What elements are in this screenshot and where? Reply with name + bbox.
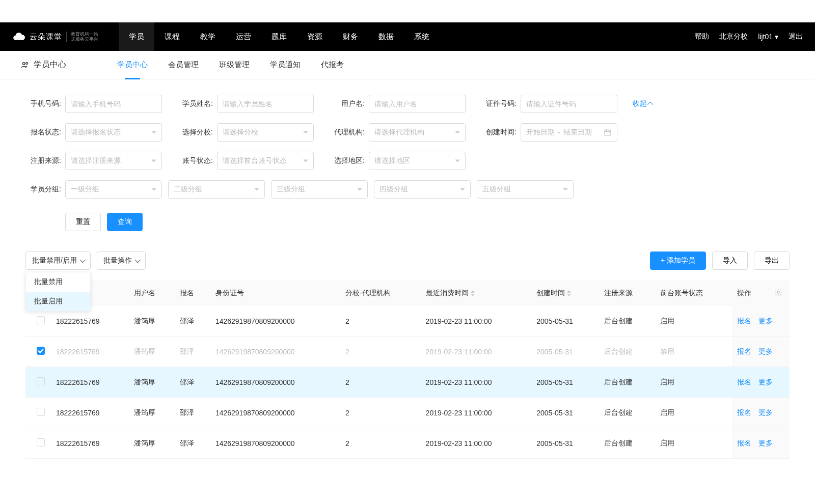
top-nav: 云朵课堂 教育机构一站式服务云平台 学员课程教学运营题库资源财务数据系统 帮助 … [0,22,815,51]
cloud-icon [12,30,25,43]
gear-icon[interactable] [774,288,782,296]
nav-题库[interactable]: 题库 [261,22,297,51]
nav-课程[interactable]: 课程 [154,22,190,51]
create-time-range[interactable]: 开始日期 - 结束日期 [521,123,617,142]
nav-学员[interactable]: 学员 [119,22,154,51]
sub-nav-tabs: 学员中心会员管理班级管理学员通知代报考 [117,51,344,79]
enroll-link[interactable]: 报名 [737,347,751,356]
row-checkbox[interactable] [37,347,45,355]
tab-代报考[interactable]: 代报考 [321,51,344,79]
reset-button[interactable]: 重置 [65,213,101,231]
enroll-link[interactable]: 报名 [737,378,751,387]
row-checkbox[interactable] [37,377,45,385]
more-link[interactable]: 更多 [758,408,773,417]
cell-account-status: 启用 [655,398,732,428]
cell-last-spend: 2019-02-23 11:00:00 [421,306,532,337]
batch-toggle-menu: 批量禁用 批量启用 [25,272,91,312]
calendar-icon [604,128,612,136]
svg-point-3 [777,291,779,293]
col-idnum: 身份证号 [210,280,340,306]
row-checkbox[interactable] [37,316,45,324]
cell-create-time: 2005-05-31 [531,337,599,367]
nav-数据[interactable]: 数据 [368,22,404,51]
nav-资源[interactable]: 资源 [297,22,333,51]
branch-select[interactable]: 请选择分校 [217,123,314,142]
more-link[interactable]: 更多 [758,439,773,448]
batch-disable-item[interactable]: 批量禁用 [26,272,90,292]
enroll-link[interactable]: 报名 [737,439,751,448]
group-select[interactable]: 一级分组 [65,180,162,199]
cell-branch: 2 [340,306,421,337]
sort-icon [567,290,571,296]
help-link[interactable]: 帮助 [695,32,709,41]
row-checkbox[interactable] [37,438,45,446]
nav-财务[interactable]: 财务 [333,22,368,51]
account-status-label: 账号状态 [177,156,213,165]
batch-ops-dropdown[interactable]: 批量操作 [97,251,146,270]
reg-source-select[interactable]: 请选择注册来源 [65,152,162,170]
account-status-select[interactable]: 请选择前台账号状态 [217,152,314,170]
agent-select[interactable]: 请选择代理机构 [369,123,466,142]
col-last-spend[interactable]: 最近消费时间 [421,280,532,306]
col-branch: 分校-代理机构 [340,280,421,306]
branch-label: 选择分校 [177,128,213,137]
name-input[interactable] [217,95,314,113]
tab-学员通知[interactable]: 学员通知 [270,51,301,79]
batch-enable-item[interactable]: 批量启用 [26,292,90,311]
add-student-button[interactable]: + 添加学员 [650,251,706,270]
user-menu[interactable]: lijt01 ▾ [758,33,778,41]
phone-input[interactable] [65,95,162,113]
cell-account-status: 启用 [655,428,732,459]
group-select[interactable]: 三级分组 [271,180,368,199]
page-title: 学员中心 [20,60,66,70]
cell-phone: 18222615769 [51,398,129,428]
row-checkbox[interactable] [37,408,45,416]
batch-toggle-dropdown[interactable]: 批量禁用/启用 [25,251,91,270]
nav-系统[interactable]: 系统 [404,22,440,51]
region-select[interactable]: 请选择地区 [369,152,466,170]
search-button[interactable]: 查询 [107,213,143,231]
group-select[interactable]: 五级分组 [477,180,574,199]
branch-link[interactable]: 北京分校 [719,32,748,41]
nav-运营[interactable]: 运营 [226,22,261,51]
tab-会员管理[interactable]: 会员管理 [168,51,199,79]
cell-phone: 18222615769 [51,428,129,459]
cell-username: 潘筠厚 [129,398,175,428]
chevron-down-icon [135,257,141,263]
idcard-input[interactable] [521,95,617,113]
more-link[interactable]: 更多 [758,347,773,356]
cell-phone: 18222615769 [51,367,129,398]
nav-right: 帮助 北京分校 lijt01 ▾ 退出 [695,32,803,41]
col-create-time[interactable]: 创建时间 [531,280,599,306]
chevron-down-icon [80,257,86,263]
group-select[interactable]: 二级分组 [168,180,265,199]
import-button[interactable]: 导入 [712,251,748,270]
cell-enroll: 邵泽 [175,398,210,428]
col-reg-source: 注册来源 [599,280,655,306]
enroll-status-select[interactable]: 请选择报名状态 [65,123,162,142]
enroll-link[interactable]: 报名 [737,408,751,417]
more-link[interactable]: 更多 [758,317,773,326]
collapse-toggle[interactable]: 收起 [633,99,653,108]
enroll-link[interactable]: 报名 [737,317,751,326]
students-table: 用户名 报名 身份证号 分校-代理机构 最近消费时间 创建时间 注册来源 前台账… [25,280,790,459]
cell-last-spend: 2019-02-23 11:00:00 [421,428,532,459]
export-button[interactable]: 导出 [754,251,790,270]
group-select[interactable]: 四级分组 [374,180,471,199]
cell-reg-source: 后台创建 [599,306,655,337]
nav-教学[interactable]: 教学 [190,22,226,51]
username-input[interactable] [369,95,466,113]
cell-idnum: 14262919870809200000 [210,306,340,337]
chevron-up-icon [647,102,653,107]
col-username: 用户名 [129,280,175,306]
more-link[interactable]: 更多 [758,378,773,387]
col-ops: 操作 [732,280,769,306]
idcard-label: 证件号码 [481,99,517,108]
table-row: 18222615769潘筠厚邵泽142629198708092000002201… [25,367,790,398]
tab-学员中心[interactable]: 学员中心 [117,51,148,79]
tab-班级管理[interactable]: 班级管理 [219,51,250,79]
cell-last-spend: 2019-02-23 11:00:00 [421,337,532,367]
cell-enroll: 邵泽 [175,306,210,337]
logout-link[interactable]: 退出 [789,32,803,41]
table-row: 18222615769潘筠厚邵泽142629198708092000002201… [25,306,790,337]
